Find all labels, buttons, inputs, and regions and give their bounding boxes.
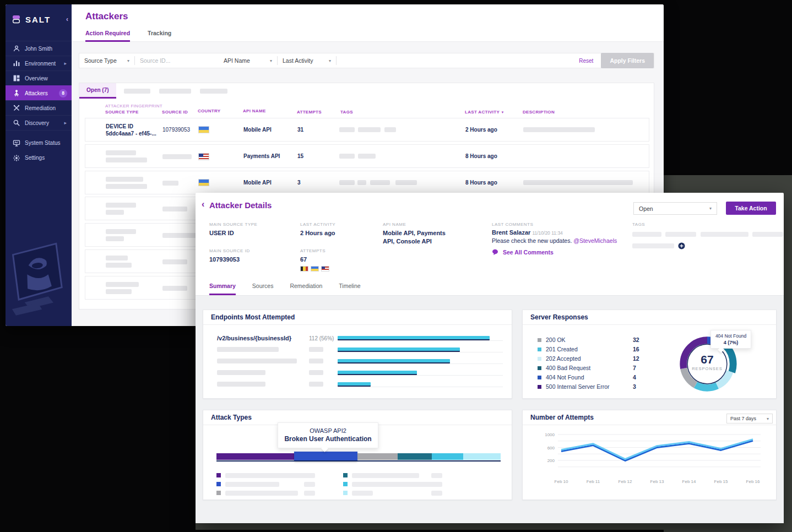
placeholder-fingerprint	[106, 236, 124, 241]
apply-filters-button[interactable]: Apply Filters	[601, 53, 654, 68]
col-country: COUNTRY	[198, 108, 220, 113]
legend-swatch	[343, 482, 348, 486]
source-id: 107939053	[162, 127, 190, 133]
add-tag-icon[interactable]	[678, 242, 685, 249]
placeholder-legend-value	[431, 491, 442, 496]
placeholder-tab[interactable]	[159, 89, 191, 94]
tab-summary[interactable]: Summary	[209, 283, 236, 295]
placeholder-legend-value	[431, 473, 442, 478]
sidebar-item-discovery[interactable]: Discovery ▸	[6, 115, 72, 130]
tab-tracking[interactable]: Tracking	[148, 30, 171, 42]
placeholder-source-id	[162, 286, 187, 291]
sidebar-item-system-status[interactable]: System Status	[6, 135, 72, 150]
sort-caret-icon: ▼	[501, 111, 505, 114]
attack-legend-value	[304, 490, 315, 496]
attack-legend-value	[304, 481, 315, 487]
source-id-input[interactable]: Source ID...	[135, 57, 219, 64]
flag-ukraine-icon	[198, 126, 209, 133]
table-row[interactable]: Payments API 15 8 Hours ago	[85, 144, 649, 168]
bar-underline	[216, 460, 501, 462]
sidebar-collapse-icon[interactable]: ‹	[66, 15, 68, 23]
tab-open[interactable]: Open (7)	[79, 83, 116, 99]
tab-action-required[interactable]: Action Required	[85, 30, 130, 42]
sidebar-item-attackers[interactable]: Attackers 8	[6, 85, 72, 100]
attempts-card: Number of Attempts Past 7 days▾ 10006002…	[522, 410, 777, 500]
endpoint-bar	[338, 359, 450, 363]
tab-remediation[interactable]: Remediation	[290, 283, 322, 295]
reset-button[interactable]: Reset	[579, 58, 593, 64]
comment-timestamp: 11/10/20 11:34	[532, 230, 562, 236]
sidebar-item-john-smith[interactable]: John Smith	[6, 41, 72, 56]
legend-label: 202 Accepted	[546, 355, 581, 362]
sidebar-divider	[6, 130, 72, 135]
salt-logo[interactable]: SALT ‹	[11, 11, 68, 28]
svg-text:Feb 16: Feb 16	[746, 479, 760, 484]
placeholder-legend-value	[431, 482, 442, 487]
expand-caret-icon: ▸	[64, 61, 67, 66]
take-action-button[interactable]: Take Action	[726, 202, 776, 215]
endpoint-row	[217, 381, 503, 388]
sidebar-item-overview[interactable]: Overview	[6, 70, 72, 85]
placeholder-tab[interactable]	[124, 89, 150, 94]
page-title: Attackers	[85, 11, 128, 22]
placeholder-fingerprint	[106, 289, 132, 294]
attackers-count-badge: 8	[59, 89, 67, 97]
chevron-down-icon: ▾	[127, 58, 129, 63]
attack-legend-item	[343, 473, 419, 478]
placeholder-tab[interactable]	[200, 89, 227, 94]
tab-sources[interactable]: Sources	[252, 283, 274, 295]
placeholder-legend-value	[304, 491, 315, 496]
donut-center: 67 RESPONSES	[675, 353, 740, 371]
sidebar-item-remediation[interactable]: Remediation	[6, 100, 72, 115]
placeholder-fingerprint	[106, 184, 147, 189]
back-chevron-icon[interactable]: ‹	[202, 199, 204, 209]
tags-section: TAGS	[632, 222, 783, 249]
legend-value: 3	[633, 383, 636, 390]
source-type-select[interactable]: Source Type▾	[79, 57, 134, 64]
see-all-comments-link[interactable]: See All Comments	[492, 249, 627, 256]
comment-mention[interactable]: @SteveMichaels	[573, 237, 617, 244]
source-type: DEVICE ID	[106, 123, 133, 129]
legend-item: 400 Bad Request	[538, 365, 590, 371]
table-row[interactable]: Mobile API 3 8 Hours ago	[85, 171, 649, 194]
col-last-activity[interactable]: LAST ACTIVITY ▼	[465, 110, 505, 115]
legend-label: 201 Created	[546, 346, 578, 352]
endpoint-row	[217, 370, 503, 376]
endpoint-bar	[338, 382, 371, 387]
endpoint-bar-track	[338, 359, 503, 364]
period-select[interactable]: Past 7 days▾	[726, 414, 773, 424]
col-tags: TAGS	[340, 110, 353, 115]
placeholder-source-id	[162, 181, 178, 186]
legend-swatch	[216, 473, 221, 477]
details-title: Attacker Details	[209, 200, 272, 210]
placeholder-legend-label	[225, 473, 308, 478]
donut-tooltip: 404 Not Found 4 (7%)	[710, 330, 751, 349]
endpoint-label: /v2/business/{businessId}	[217, 335, 309, 341]
placeholder-tag	[395, 180, 417, 185]
legend-label: 404 Not Found	[546, 374, 584, 381]
legend-swatch	[216, 491, 221, 495]
placeholder-legend-value	[304, 482, 315, 487]
placeholder-tag	[384, 127, 396, 132]
attack-type-tooltip: OWASP API2 Broken User Authentication	[278, 422, 378, 448]
placeholder-legend-label	[225, 482, 279, 487]
attack-legend-item	[216, 481, 279, 487]
last-activity-select[interactable]: Last Activity▾	[278, 57, 336, 64]
placeholder-fingerprint	[106, 263, 132, 268]
hacker-monitor-illustration	[6, 230, 72, 324]
api-name-select[interactable]: API Name▾	[219, 57, 277, 64]
sidebar-item-environment[interactable]: Environment ▸	[6, 56, 72, 70]
attack-bar-segment	[463, 453, 501, 460]
placeholder-tag	[339, 180, 355, 185]
col-api-name: API NAME	[243, 108, 266, 113]
flag-usa-icon	[198, 153, 209, 160]
placeholder-tag	[632, 243, 674, 248]
attacker-details-panel: ‹ Attacker Details Open▾ Take Action MAI…	[196, 193, 784, 523]
tab-timeline[interactable]: Timeline	[339, 283, 360, 295]
status-select[interactable]: Open▾	[633, 202, 717, 215]
flag-ukraine-icon	[198, 179, 209, 186]
sidebar-item-settings[interactable]: Settings	[6, 150, 72, 165]
svg-text:200: 200	[547, 458, 555, 463]
legend-item: 500 Internal Server Error	[538, 383, 610, 390]
table-row[interactable]: DEVICE ID 5ddc4aaa7 - ef45-... 107939053…	[85, 118, 649, 142]
